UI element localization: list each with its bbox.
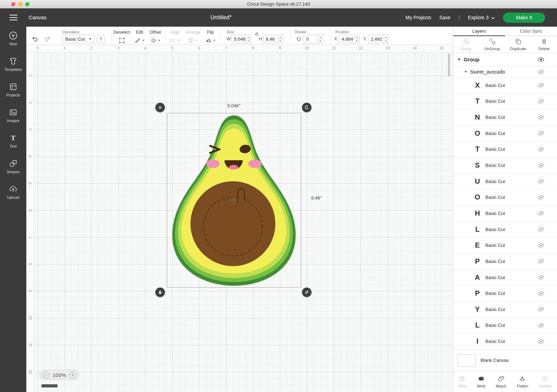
minimize-window-button[interactable]	[18, 2, 22, 6]
remove-handle[interactable]	[155, 103, 165, 112]
visibility-off-toggle-icon[interactable]	[538, 83, 544, 88]
selection-bounding-box[interactable]	[167, 113, 301, 288]
layer-row[interactable]: YBasic Cut	[453, 302, 557, 318]
y-position-input[interactable]: 2.492 ▲▼	[368, 35, 389, 43]
layer-row[interactable]: OBasic Cut	[453, 126, 557, 142]
group-row[interactable]: Group	[453, 53, 557, 66]
layer-row[interactable]: HBasic Cut	[453, 205, 557, 222]
x-position-input[interactable]: 4.864 ▲▼	[339, 35, 360, 43]
weld-button[interactable]: Weld	[477, 375, 485, 388]
layer-row[interactable]: XBasic Cut	[453, 77, 557, 94]
visibility-off-toggle-icon[interactable]	[538, 275, 544, 280]
delete-button[interactable]: Delete	[531, 36, 557, 53]
subgroup-row[interactable]: Sweet_avocado	[453, 66, 557, 77]
rotate-stepper[interactable]: ▲▼	[317, 35, 323, 43]
flip-button[interactable]: Flip ▼	[203, 30, 218, 44]
canvas-color-swatch[interactable]	[457, 354, 476, 367]
visibility-off-toggle-icon[interactable]	[538, 339, 544, 344]
flatten-button[interactable]: Flatten	[517, 375, 528, 388]
layer-row[interactable]: EBasic Cut	[453, 237, 557, 254]
height-input[interactable]: 6.46 ▲▼	[263, 35, 283, 43]
visibility-off-toggle-icon[interactable]	[538, 227, 544, 232]
duplicate-button[interactable]: Duplicate	[505, 36, 531, 53]
zoom-in-button[interactable]: +	[69, 372, 76, 378]
visibility-off-toggle-icon[interactable]	[538, 243, 544, 248]
height-stepper[interactable]: ▲▼	[277, 35, 283, 43]
lock-handle[interactable]	[155, 288, 165, 297]
sidebar-item-new[interactable]: New	[0, 31, 26, 46]
machine-selector[interactable]: Explore 3	[468, 15, 495, 20]
offset-button[interactable]: Offset ▼	[147, 30, 163, 44]
disclosure-triangle-icon[interactable]	[465, 71, 467, 73]
rotate-handle[interactable]	[302, 103, 311, 112]
layer-row[interactable]: PBasic Cut	[453, 285, 557, 302]
deselect-button[interactable]: Deselect	[112, 30, 132, 44]
toolbar-divider	[165, 30, 165, 42]
layer-row[interactable]: TBasic Cut	[453, 142, 557, 158]
layer-row[interactable]: LBasic Cut	[453, 222, 557, 238]
layer-row[interactable]: SBasic Cut	[453, 157, 557, 174]
layer-row[interactable]: OBasic Cut	[453, 189, 557, 205]
sidebar-item-templates[interactable]: Templates	[0, 57, 26, 72]
redo-button[interactable]	[43, 35, 51, 43]
group-label: Group	[461, 47, 472, 51]
visibility-off-toggle-icon[interactable]	[538, 163, 544, 168]
undo-button[interactable]	[31, 35, 39, 43]
menu-button[interactable]	[9, 15, 18, 20]
visibility-off-toggle-icon[interactable]	[538, 69, 544, 74]
sidebar-item-shapes[interactable]: Shapes	[0, 159, 26, 174]
nav-canvas-label[interactable]: Canvas	[29, 8, 47, 27]
operation-dropdown[interactable]: Basic Cut ▼	[62, 35, 95, 43]
x-stepper[interactable]: ▲▼	[354, 35, 359, 43]
layer-row[interactable]: IBasic Cut	[453, 333, 557, 349]
sidebar-item-images[interactable]: Images	[0, 108, 26, 123]
tab-layers[interactable]: Layers	[453, 27, 505, 36]
layer-row[interactable]: PBasic Cut	[453, 254, 557, 270]
save-link[interactable]: Save	[439, 15, 450, 20]
width-input[interactable]: 5.046 ▲▼	[231, 35, 251, 43]
size-lock-button[interactable]	[255, 31, 259, 38]
layer-label: Basic Cut	[485, 211, 505, 216]
avocado-image[interactable]	[167, 113, 301, 287]
canvas-grid[interactable]: 5.046" 6.46"	[34, 53, 453, 392]
tab-color-sync[interactable]: Color Sync	[505, 27, 557, 36]
sidebar-item-upload[interactable]: Upload	[0, 185, 26, 200]
sidebar-item-projects[interactable]: Projects	[0, 82, 26, 97]
horizontal-scrollbar[interactable]	[41, 384, 58, 387]
disclosure-triangle-icon[interactable]	[458, 59, 461, 61]
visibility-off-toggle-icon[interactable]	[538, 99, 544, 104]
operation-help-button[interactable]: ?	[97, 35, 105, 43]
visibility-off-toggle-icon[interactable]	[538, 291, 544, 296]
visibility-off-toggle-icon[interactable]	[538, 115, 544, 120]
rotate-input[interactable]: 0 ▲▼	[303, 35, 323, 43]
close-window-button[interactable]	[11, 2, 15, 6]
edit-button[interactable]: Edit ▼	[132, 30, 147, 44]
width-stepper[interactable]: ▲▼	[246, 35, 251, 43]
blank-canvas-row[interactable]: Blank Canvas	[453, 349, 557, 371]
my-projects-link[interactable]: My Projects	[405, 15, 431, 20]
layer-row[interactable]: TBasic Cut	[453, 94, 557, 110]
resize-handle[interactable]	[302, 288, 311, 297]
visibility-off-toggle-icon[interactable]	[538, 211, 544, 216]
visibility-toggle-icon[interactable]	[538, 57, 544, 62]
layer-row[interactable]: UBasic Cut	[453, 174, 557, 190]
visibility-off-toggle-icon[interactable]	[538, 147, 544, 152]
vertical-scrollbar[interactable]	[448, 54, 450, 76]
visibility-off-toggle-icon[interactable]	[538, 259, 544, 264]
maximize-window-button[interactable]	[25, 2, 29, 6]
y-stepper[interactable]: ▲▼	[383, 35, 388, 43]
layer-row[interactable]: ABasic Cut	[453, 270, 557, 286]
make-it-button[interactable]: Make It	[503, 13, 545, 23]
layer-row[interactable]: NBasic Cut	[453, 109, 557, 126]
visibility-off-toggle-icon[interactable]	[538, 131, 544, 136]
layer-row[interactable]: LBasic Cut	[453, 318, 557, 334]
ungroup-button[interactable]: UnGroup	[479, 36, 505, 53]
visibility-off-toggle-icon[interactable]	[538, 323, 544, 328]
visibility-off-toggle-icon[interactable]	[538, 179, 544, 184]
sidebar-item-text[interactable]: TText	[0, 134, 26, 148]
zoom-out-button[interactable]: −	[43, 372, 49, 378]
attach-button[interactable]: Attach	[496, 375, 506, 388]
rotate-button[interactable]	[296, 36, 302, 43]
visibility-off-toggle-icon[interactable]	[538, 195, 544, 200]
visibility-off-toggle-icon[interactable]	[538, 307, 544, 312]
